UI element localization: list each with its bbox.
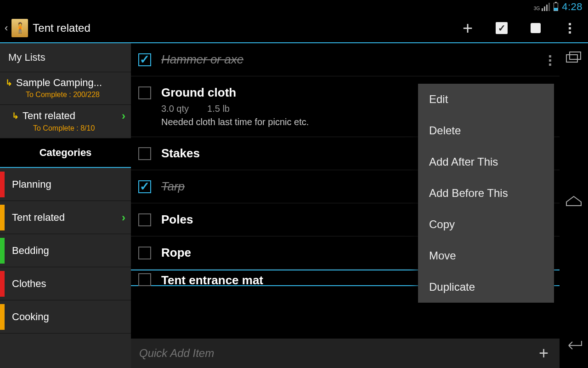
status-bar: 3G 4:28 (0, 0, 588, 14)
sidebar-category-item[interactable]: Planning (0, 168, 131, 201)
clock: 4:28 (562, 1, 582, 13)
sidebar-category-item[interactable]: Tent related› (0, 201, 131, 234)
sidebar-category-item[interactable]: Clothes (0, 267, 131, 300)
network-indicator: 3G (534, 3, 550, 11)
home-button[interactable] (564, 191, 583, 211)
category-label: Bedding (12, 245, 125, 257)
back-caret-icon: ‹ (5, 22, 8, 34)
svg-rect-0 (566, 55, 577, 62)
page-title: Tent related (33, 22, 458, 34)
item-checkbox[interactable] (138, 86, 151, 99)
sidebar-list-progress: To Complete : 200/228 (0, 91, 131, 99)
context-menu-item[interactable]: Duplicate (418, 271, 554, 303)
quick-add-button[interactable]: + (536, 344, 551, 363)
context-menu-item[interactable]: Edit (418, 84, 554, 115)
context-menu-item[interactable]: Delete (418, 115, 554, 146)
sidebar-header-categories: Categories (0, 138, 131, 168)
category-color-bar (0, 238, 5, 264)
category-label: Planning (12, 178, 125, 190)
main-panel: Hammer or axeGround cloth3.0 qty 1.5 lbN… (131, 43, 560, 368)
square-icon (531, 23, 541, 33)
item-checkbox[interactable] (138, 53, 151, 66)
sidebar-category-item[interactable]: Cooking (0, 300, 131, 334)
category-color-bar (0, 205, 5, 230)
item-list[interactable]: Hammer or axeGround cloth3.0 qty 1.5 lbN… (131, 43, 560, 339)
item-context-menu: EditDeleteAdd After ThisAdd Before ThisC… (418, 84, 554, 303)
category-label: Clothes (12, 278, 125, 290)
sidebar-list-tent-related[interactable]: ↳ Tent related › To Complete : 8/10 (0, 105, 131, 138)
list-item[interactable]: Hammer or axe (131, 43, 560, 76)
back-button[interactable] (564, 335, 583, 354)
action-bar: ‹ 🧍 Tent related + ✓ (0, 14, 588, 43)
category-label: Tent related (12, 212, 122, 224)
item-name: Hammer or axe (161, 52, 548, 67)
item-checkbox[interactable] (138, 273, 151, 286)
check-all-button[interactable]: ✓ (492, 19, 511, 37)
sidebar-category-item[interactable]: Bedding (0, 234, 131, 267)
category-color-bar (0, 172, 5, 197)
sidebar: My Lists ↳ Sample Camping... To Complete… (0, 43, 131, 368)
chevron-right-icon: › (122, 109, 125, 122)
battery-icon (554, 3, 558, 11)
plus-icon: + (463, 18, 473, 38)
quick-add-input[interactable] (139, 347, 536, 360)
system-nav-rail (560, 43, 588, 368)
item-checkbox[interactable] (138, 213, 151, 226)
add-item-button[interactable]: + (458, 19, 477, 37)
sidebar-header-mylists: My Lists (0, 43, 131, 72)
svg-marker-2 (566, 196, 581, 206)
uncheck-all-button[interactable] (526, 19, 545, 37)
overflow-menu-button[interactable] (560, 19, 579, 37)
check-all-icon: ✓ (496, 22, 508, 34)
sublist-arrow-icon: ↳ (6, 78, 12, 88)
app-logo-icon: 🧍 (11, 19, 28, 37)
item-overflow-button[interactable] (547, 53, 553, 68)
sidebar-list-sample-camping[interactable]: ↳ Sample Camping... To Complete : 200/22… (0, 72, 131, 105)
category-color-bar (0, 304, 5, 330)
context-menu-item[interactable]: Move (418, 240, 554, 271)
plus-icon: + (539, 344, 548, 362)
sublist-arrow-icon: ↳ (12, 111, 19, 121)
svg-rect-1 (570, 52, 581, 59)
sidebar-list-progress: To Complete : 8/10 (0, 124, 131, 132)
item-checkbox[interactable] (138, 180, 151, 193)
category-label: Cooking (12, 311, 125, 323)
context-menu-item[interactable]: Add After This (418, 146, 554, 178)
context-menu-item[interactable]: Add Before This (418, 178, 554, 209)
quick-add-bar: + (131, 339, 560, 368)
recent-apps-button[interactable] (564, 48, 583, 67)
overflow-icon (569, 23, 571, 34)
context-menu-item[interactable]: Copy (418, 209, 554, 240)
item-checkbox[interactable] (138, 247, 151, 259)
chevron-right-icon: › (122, 211, 125, 224)
up-button[interactable]: ‹ 🧍 (5, 19, 28, 37)
category-color-bar (0, 271, 5, 297)
item-checkbox[interactable] (138, 147, 151, 160)
